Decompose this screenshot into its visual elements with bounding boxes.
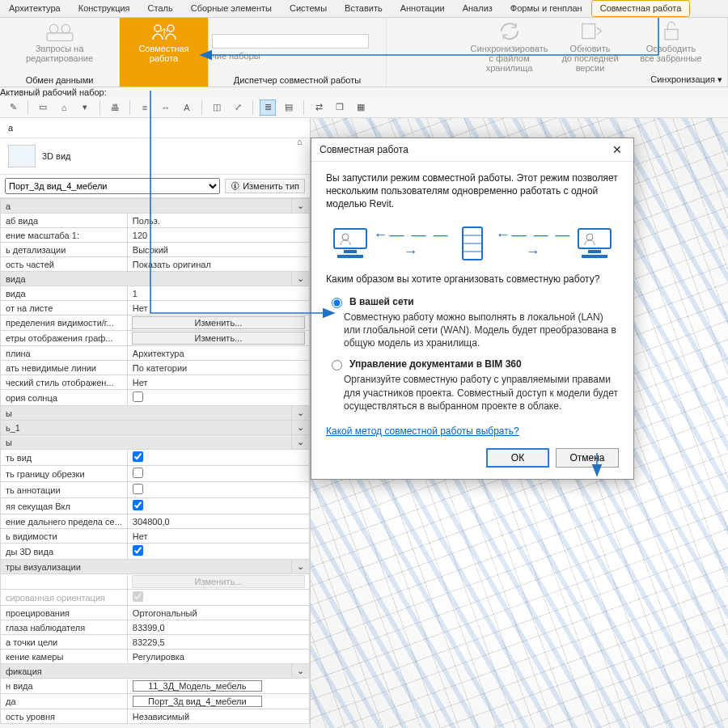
qat-section-icon[interactable]: ⤢: [230, 99, 246, 116]
view-instance-select[interactable]: Порт_3д вид_4_мебели: [5, 178, 220, 194]
section-extents2[interactable]: ь_1: [1, 421, 292, 435]
radio-network[interactable]: [332, 298, 342, 308]
qat-modify-icon[interactable]: ✎: [5, 99, 21, 116]
tab-precast[interactable]: Сборные элементы: [182, 0, 281, 17]
prop-camera-pos[interactable]: Регулировка: [127, 650, 309, 664]
qat-door-icon[interactable]: ⌂: [56, 99, 72, 116]
qat-thin-lines-icon[interactable]: ≣: [260, 99, 276, 116]
tab-insert[interactable]: Вставить: [336, 0, 392, 17]
prop-scale-value[interactable]: 120: [127, 228, 309, 243]
tab-massing[interactable]: Формы и генплан: [502, 0, 591, 17]
prop-parts-visibility[interactable]: Показать оригинал: [127, 257, 309, 272]
qat-dim-icon[interactable]: ↔: [158, 99, 174, 116]
prop-on-sheet[interactable]: Нет: [127, 301, 309, 315]
worksets-button-label[interactable]: чие наборы: [212, 51, 260, 61]
collapse-icon[interactable]: ⌄: [292, 199, 310, 214]
reload-latest-button[interactable]: Обновить до последней версии: [554, 21, 627, 73]
prop-view-name[interactable]: Порт_3д вид_4_мебели: [133, 696, 262, 707]
ribbon: Запросы на редактирование Обмен данными …: [0, 18, 728, 87]
arrow-right-icon: ←— — —→: [493, 226, 574, 260]
section-identity[interactable]: фикация: [1, 664, 292, 679]
qat-tag-icon[interactable]: A: [179, 99, 195, 116]
svg-rect-9: [337, 255, 363, 258]
tab-collaborate[interactable]: Совместная работа: [591, 0, 691, 17]
prop-scope-box[interactable]: Нет: [127, 529, 309, 544]
qat-close-hidden-icon[interactable]: ▤: [281, 99, 297, 116]
prop-annotation-crop[interactable]: [133, 484, 143, 494]
svg-point-18: [586, 234, 593, 240]
prop-view-template[interactable]: 11_3Д_Модель_мебель: [133, 680, 262, 692]
opt-network-label: В вашей сети: [349, 296, 414, 307]
prop-analysis-style[interactable]: Нет: [127, 375, 309, 390]
qat-align-icon[interactable]: ≡: [137, 99, 153, 116]
qat-cascade-icon[interactable]: ❐: [332, 99, 348, 116]
workstation2-icon: [574, 226, 616, 261]
section-render[interactable]: тры визуализации: [1, 560, 292, 574]
edit-requests-button[interactable]: Запросы на редактирование: [23, 21, 96, 63]
prop-view-id[interactable]: 1: [127, 286, 309, 301]
opt-bim360-label: Управление документами в BIM 360: [349, 358, 522, 370]
qat-print-icon[interactable]: 🖶: [107, 99, 123, 116]
section-extents[interactable]: ы: [1, 406, 292, 421]
sync-central-button[interactable]: Синхронизировать с файлом хранилища: [473, 21, 546, 73]
svg-point-4: [167, 25, 174, 32]
tab-architecture[interactable]: Архитектура: [0, 0, 70, 17]
prop-hidden-lines[interactable]: По категории: [127, 361, 309, 375]
section-crop[interactable]: ы: [1, 435, 292, 450]
tab-annotate[interactable]: Аннотации: [392, 0, 454, 17]
svg-rect-15: [578, 229, 611, 248]
prop-crop-view[interactable]: [133, 451, 143, 462]
quick-access-toolbar: ✎ ▭ ⌂ ▾ 🖶 ≡ ↔ A ◫ ⤢ ≣ ▤ ⇄ ❐ ▦: [0, 97, 728, 118]
svg-point-1: [49, 25, 58, 34]
ok-button[interactable]: ОК: [486, 448, 549, 468]
collaborate-label: Совместная работа: [138, 44, 188, 63]
type-label: 3D вид: [42, 151, 71, 161]
prop-scale[interactable]: Польз.: [127, 214, 309, 228]
prop-discipline[interactable]: Архитектура: [127, 346, 309, 361]
graphic-display-button[interactable]: Изменить...: [132, 332, 305, 345]
prop-crop-visible[interactable]: [133, 468, 143, 478]
collaborate-dialog: ⌂ Совместная работа ✕ Вы запустили режим…: [311, 138, 634, 480]
tab-analyze[interactable]: Анализ: [454, 0, 502, 17]
prop-target-elev[interactable]: 83229,5: [127, 635, 309, 650]
dialog-help-link[interactable]: Какой метод совместной работы выбрать?: [326, 425, 519, 437]
type-selector[interactable]: 3D вид: [0, 138, 310, 175]
section-view[interactable]: вида: [1, 272, 292, 286]
panel-sync-footer[interactable]: Синхронизация ▾: [458, 74, 722, 85]
prop-far-clip[interactable]: [133, 500, 143, 510]
svg-rect-17: [582, 255, 607, 258]
dialog-close-button[interactable]: ✕: [609, 143, 625, 156]
svg-point-2: [61, 25, 70, 34]
cancel-button[interactable]: Отмена: [556, 448, 619, 468]
prop-sun-path[interactable]: [133, 392, 143, 402]
edit-type-icon: 🛈: [231, 181, 239, 191]
qat-chevron-down-icon[interactable]: ▾: [77, 99, 93, 116]
qat-switch-icon[interactable]: ⇄: [311, 99, 327, 116]
edit-type-button[interactable]: 🛈 Изменить тип: [225, 179, 305, 193]
dialog-title: Совместная работа: [320, 144, 408, 155]
tab-steel[interactable]: Сталь: [139, 0, 182, 17]
tab-systems[interactable]: Системы: [281, 0, 336, 17]
vg-overrides-button[interactable]: Изменить...: [132, 316, 305, 329]
panel-communicate-footer: Обмен данными: [5, 75, 114, 85]
prop-section-box[interactable]: [133, 545, 143, 556]
prop-eye-elev[interactable]: 83399,0: [127, 620, 309, 635]
radio-bim360[interactable]: [332, 360, 342, 370]
svg-rect-8: [344, 250, 357, 253]
qat-3d-icon[interactable]: ◫: [209, 99, 225, 116]
collaborate-button[interactable]: Совместная работа: [128, 21, 201, 63]
panel-communicate: Запросы на редактирование Обмен данными: [0, 18, 120, 87]
active-workset-dropdown[interactable]: [212, 34, 369, 49]
prop-dependency[interactable]: Независимый: [127, 709, 309, 724]
section-graphics[interactable]: а: [1, 199, 292, 214]
svg-rect-6: [665, 30, 678, 40]
prop-detail-level[interactable]: Высокий: [127, 243, 309, 257]
tab-structure[interactable]: Конструкция: [70, 0, 139, 17]
svg-point-3: [154, 25, 161, 32]
prop-projection[interactable]: Ортогональный: [127, 606, 309, 620]
prop-far-clip-offset[interactable]: 304800,0: [127, 514, 309, 529]
panel-collaborate[interactable]: Совместная работа: [120, 18, 209, 87]
relinquish-button[interactable]: Освободить все забранные: [635, 21, 708, 73]
qat-tile-icon[interactable]: ▦: [353, 99, 369, 116]
qat-wall-icon[interactable]: ▭: [35, 99, 51, 116]
